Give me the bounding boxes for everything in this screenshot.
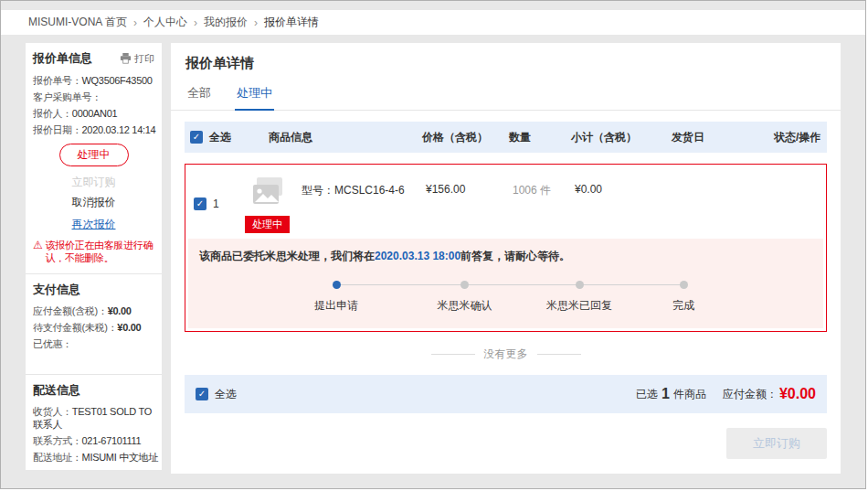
selected-prefix: 已选 xyxy=(636,387,658,402)
customer-po-row: 客户采购单号： xyxy=(33,91,154,103)
warning-icon xyxy=(33,239,42,264)
app-window: MISUMI-VONA 首页 › 个人中心 › 我的报价 › 报价单详情 报价单… xyxy=(0,0,866,489)
cancel-quote-link[interactable]: 取消报价 xyxy=(33,195,154,210)
step-dot xyxy=(576,281,584,289)
step-misumi-replied: 米思米已回复 xyxy=(546,281,612,314)
product-model[interactable]: 型号：MCSLC16-4-6 xyxy=(302,174,405,233)
order-now-button-disabled[interactable]: 立即订购 xyxy=(33,174,154,190)
tab-bar: 全部 处理中 xyxy=(171,80,841,111)
breadcrumb-home[interactable]: MISUMI-VONA 首页 xyxy=(28,15,127,30)
breadcrumb-separator: › xyxy=(133,16,137,29)
divider xyxy=(26,374,162,375)
quote-warning: 该报价正在由客服进行确认，不能删除。 xyxy=(33,239,154,264)
payable-label: 应付金额： xyxy=(723,387,778,402)
spacer xyxy=(33,354,154,367)
notice-deadline[interactable]: 2020.03.13 18:00 xyxy=(375,250,460,262)
step-dot-active xyxy=(333,281,341,289)
row-status xyxy=(778,174,823,233)
model-value: MCSLC16-4-6 xyxy=(334,184,405,197)
dash-line xyxy=(431,354,475,355)
select-all-label: 全选 xyxy=(209,130,231,145)
order-now-button[interactable]: 立即订购 xyxy=(726,428,827,459)
tab-processing[interactable]: 处理中 xyxy=(235,80,274,111)
dash-line xyxy=(537,354,581,355)
address-row: 配送地址： MISUMI 中文地址 xyxy=(33,451,154,464)
row-checkbox[interactable] xyxy=(194,197,206,210)
quote-info-title: 报价单信息 xyxy=(33,50,92,67)
payable-amount-label: 应付金额(含税)： xyxy=(33,304,108,317)
step-submitted: 提出申请 xyxy=(314,281,358,314)
quote-date-value: 2020.03.12 14:14 xyxy=(82,123,156,136)
no-more-indicator: 没有更多 xyxy=(185,347,827,362)
selected-count: 1 xyxy=(662,386,670,402)
model-label: 型号： xyxy=(302,184,334,197)
unpaid-amount-value: ¥0.00 xyxy=(117,321,141,334)
print-button[interactable]: 打印 xyxy=(120,52,154,66)
payable-amount-row: 应付金额(含税)： ¥0.00 xyxy=(33,304,154,317)
quote-detail-panel: 报价单详情 全部 处理中 全选 商品信息 价格（含税） 数量 小计（含税） 发货… xyxy=(171,43,841,474)
step-dot xyxy=(460,281,469,289)
quoter-value: 0000AN01 xyxy=(72,107,118,120)
contact-label: 联系方式： xyxy=(33,434,82,447)
summary-bar: 全选 已选 1 件商品 应付金额： ¥0.00 xyxy=(185,375,827,413)
breadcrumb-my-quotes[interactable]: 我的报价 xyxy=(204,15,248,30)
discount-row: 已优惠： xyxy=(33,337,154,350)
consignee-text: 收货人：TEST01 SOLD TO 联系人 xyxy=(33,405,154,431)
column-ship-date: 发货日 xyxy=(672,130,774,145)
product-image-placeholder[interactable] xyxy=(245,174,292,212)
warning-text: 该报价正在由客服进行确认，不能删除。 xyxy=(45,239,154,264)
progress-stepper: 提出申请 米思米确认 米思米已回复 xyxy=(336,281,683,315)
page-title: 报价单详情 xyxy=(171,43,841,80)
quote-number-row: 报价单号： WQ3506F43500 xyxy=(33,74,154,87)
delivery-info-title: 配送信息 xyxy=(33,382,154,399)
quote-date-row: 报价日期： 2020.03.12 14:14 xyxy=(33,123,154,136)
status-processing-button[interactable]: 处理中 xyxy=(59,144,129,166)
divider xyxy=(26,273,162,274)
quote-items-table: 全选 商品信息 价格（含税） 数量 小计（含税） 发货日 状态/操作 1 xyxy=(171,111,841,362)
contact-value: 021-67101111 xyxy=(82,434,142,447)
breadcrumb: MISUMI-VONA 首页 › 个人中心 › 我的报价 › 报价单详情 xyxy=(1,10,865,35)
address-value: MISUMI 中文地址 xyxy=(82,451,158,464)
stepper-track xyxy=(336,284,683,285)
column-subtotal: 小计（含税） xyxy=(571,130,672,145)
consignee-row: 收货人：TEST01 SOLD TO 联系人 xyxy=(33,405,154,431)
table-header: 全选 商品信息 价格（含税） 数量 小计（含税） 发货日 状态/操作 xyxy=(185,122,827,153)
breadcrumb-separator: › xyxy=(254,16,258,29)
requote-link[interactable]: 再次报价 xyxy=(33,217,154,232)
payable-amount: ¥0.00 xyxy=(779,386,816,402)
customer-po-label: 客户采购单号： xyxy=(33,91,101,103)
breadcrumb-personal-center[interactable]: 个人中心 xyxy=(143,15,187,30)
footer-select-all-label: 全选 xyxy=(215,387,237,402)
selected-suffix: 件商品 xyxy=(673,387,706,402)
breadcrumb-quote-detail: 报价单详情 xyxy=(264,15,319,30)
row-price: ¥156.00 xyxy=(426,174,513,233)
notice-suffix: 前答复，请耐心等待。 xyxy=(460,250,570,262)
contact-row: 联系方式： 021-67101111 xyxy=(33,434,154,447)
step-complete: 完成 xyxy=(672,281,694,314)
no-more-text: 没有更多 xyxy=(484,347,528,362)
select-all-checkbox[interactable] xyxy=(190,131,203,144)
column-quantity: 数量 xyxy=(509,130,571,145)
quoter-label: 报价人： xyxy=(33,107,72,120)
row-index: 1 xyxy=(213,197,219,210)
quote-number-label: 报价单号： xyxy=(33,74,82,87)
column-status: 状态/操作 xyxy=(774,130,827,145)
processing-notice: 该商品已委托米思米处理，我们将在2020.03.13 18:00前答复，请耐心等… xyxy=(188,239,823,328)
row-ship-date xyxy=(675,174,778,233)
status-badge: 处理中 xyxy=(245,216,290,233)
quote-date-label: 报价日期： xyxy=(33,123,82,136)
payment-info-title: 支付信息 xyxy=(33,282,154,298)
discount-label: 已优惠： xyxy=(33,337,72,350)
quoter-row: 报价人： 0000AN01 xyxy=(33,107,154,120)
unpaid-amount-row: 待支付金额(未税)： ¥0.00 xyxy=(33,321,154,334)
quote-number-value: WQ3506F43500 xyxy=(82,74,153,87)
tab-all[interactable]: 全部 xyxy=(185,80,213,110)
quote-item-row: 1 xyxy=(185,164,827,332)
printer-icon xyxy=(120,53,132,64)
print-label: 打印 xyxy=(134,52,154,66)
quote-info-panel: 报价单信息 打印 报价单号： WQ3506F43500 客户采购单号： xyxy=(26,43,162,470)
column-product: 商品信息 xyxy=(241,130,422,145)
photo-icon xyxy=(249,176,288,209)
row-quantity: 1006 件 xyxy=(513,174,575,233)
footer-select-all-checkbox[interactable] xyxy=(196,388,208,400)
